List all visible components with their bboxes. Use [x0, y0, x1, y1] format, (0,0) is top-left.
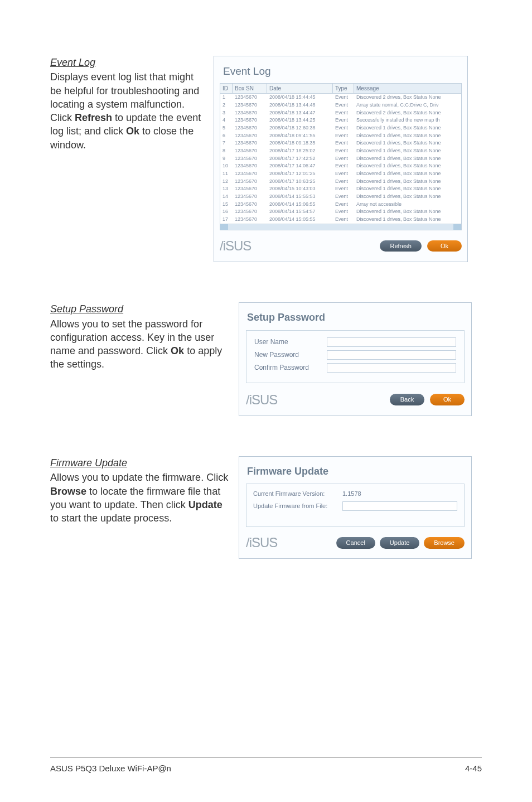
cell-msg: Discovered 1 drives, Box Status None [354, 208, 461, 216]
cell-msg: Discovered 1 drives, Box Status None [354, 162, 461, 170]
col-id[interactable]: ID [220, 84, 233, 94]
table-row[interactable]: 4123456702008/04/18 13:44:25EventSuccess… [220, 117, 461, 124]
update-button[interactable]: Update [380, 537, 419, 549]
cell-id: 1 [220, 94, 233, 102]
scroll-right-icon[interactable] [453, 224, 461, 230]
cell-date: 2008/04/18 12:60:38 [267, 124, 333, 132]
table-row[interactable]: 10123456702008/04/17 14:06:47EventDiscov… [220, 162, 461, 170]
cell-id: 3 [220, 109, 233, 117]
cell-msg: Discovered 1 drives, Box Status None [354, 185, 461, 193]
ok-button[interactable]: Ok [427, 240, 462, 252]
cell-date: 2008/04/15 10:43:03 [267, 185, 333, 193]
cell-type: Event [333, 201, 354, 209]
scroll-left-icon[interactable] [220, 224, 228, 230]
cell-date: 2008/04/18 09:18:35 [267, 139, 333, 147]
table-row[interactable]: 12123456702008/04/17 10:63:25EventDiscov… [220, 178, 461, 186]
cell-date: 2008/04/18 13:44:47 [267, 109, 333, 117]
txt: to start the update process. [50, 513, 172, 524]
cell-id: 6 [220, 132, 233, 140]
asus-logo: /iSUS [246, 534, 277, 552]
cell-msg: Discovered 1 drives, Box Status None [354, 147, 461, 155]
bold-ok: Ok [171, 345, 184, 356]
table-row[interactable]: 8123456702008/04/17 18:25:02EventDiscove… [220, 147, 461, 155]
cell-msg: Successfully installed the new map th [354, 117, 461, 124]
cell-sn: 12345670 [233, 94, 267, 102]
refresh-button[interactable]: Refresh [380, 240, 422, 252]
cell-date: 2008/04/17 12:01:25 [267, 170, 333, 178]
cell-msg: Discovered 2 drives, Box Status None [354, 109, 461, 117]
cell-msg: Discovered 2 drives, Box Status None [354, 94, 461, 102]
confirm-password-input[interactable] [327, 363, 456, 373]
cell-sn: 12345670 [233, 124, 267, 132]
cell-type: Event [333, 102, 354, 109]
table-row[interactable]: 17123456702008/04/14 15:05:55EventDiscov… [220, 216, 461, 224]
col-sn[interactable]: Box SN [233, 84, 267, 94]
table-row[interactable]: 6123456702008/04/18 09:41:55EventDiscove… [220, 132, 461, 140]
cell-msg: Discovered 1 drives, Box Status None [354, 170, 461, 178]
col-msg[interactable]: Message [354, 84, 461, 94]
ok-button[interactable]: Ok [430, 394, 465, 405]
table-row[interactable]: 14123456702008/04/14 15:55:53EventDiscov… [220, 193, 461, 201]
cell-msg: Array state normal, C:C:Drive C, Driv [354, 102, 461, 109]
cell-msg: Discovered 1 drives, Box Status None [354, 139, 461, 147]
new-password-input[interactable] [327, 350, 456, 360]
cell-sn: 12345670 [233, 170, 267, 178]
txt: Allows you to update the firmware. Click [50, 472, 228, 483]
cell-type: Event [333, 117, 354, 124]
cell-date: 2008/04/14 15:54:57 [267, 208, 333, 216]
cell-sn: 12345670 [233, 216, 267, 224]
bold-browse: Browse [50, 486, 86, 497]
back-button[interactable]: Back [390, 394, 424, 405]
update-from-file-label: Update Firmware from File: [253, 502, 342, 510]
col-type[interactable]: Type [333, 84, 354, 94]
table-row[interactable]: 7123456702008/04/18 09:18:35EventDiscove… [220, 139, 461, 147]
cell-msg: Discovered 1 drives, Box Status None [354, 132, 461, 140]
table-row[interactable]: 16123456702008/04/14 15:54:57EventDiscov… [220, 208, 461, 216]
firmware-file-input[interactable] [342, 501, 457, 511]
h-scrollbar[interactable] [220, 224, 461, 230]
cell-id: 7 [220, 139, 233, 147]
cell-id: 4 [220, 117, 233, 124]
cell-date: 2008/04/18 09:41:55 [267, 132, 333, 140]
table-row[interactable]: 5123456702008/04/18 12:60:38EventDiscove… [220, 124, 461, 132]
scroll-track[interactable] [228, 224, 453, 230]
user-name-input[interactable] [327, 337, 456, 347]
table-row[interactable]: 2123456702008/04/18 13:44:48EventArray s… [220, 102, 461, 109]
current-version-value: 1.1578 [342, 490, 361, 498]
dialog-title: Setup Password [247, 311, 465, 324]
table-row[interactable]: 3123456702008/04/18 13:44:47EventDiscove… [220, 109, 461, 117]
cell-sn: 12345670 [233, 201, 267, 209]
cell-id: 13 [220, 185, 233, 193]
cell-id: 5 [220, 124, 233, 132]
cell-type: Event [333, 193, 354, 201]
setup-password-dialog: Setup Password User Name New Password Co… [239, 302, 472, 416]
bold-refresh: Refresh [75, 112, 112, 123]
cell-type: Event [333, 124, 354, 132]
firmware-update-dialog: Firmware Update Current Firmware Version… [239, 456, 472, 559]
cell-date: 2008/04/17 14:06:47 [267, 162, 333, 170]
bold-ok: Ok [126, 125, 139, 137]
table-row[interactable]: 15123456702008/04/14 15:06:55EventArray … [220, 201, 461, 209]
col-date[interactable]: Date [267, 84, 333, 94]
log-body[interactable]: 1123456702008/04/18 15:44:45EventDiscove… [220, 94, 461, 224]
cell-type: Event [333, 178, 354, 186]
asus-logo: /iSUS [220, 237, 251, 255]
table-row[interactable]: 13123456702008/04/15 10:43:03EventDiscov… [220, 185, 461, 193]
cell-date: 2008/04/14 15:05:55 [267, 216, 333, 224]
table-row[interactable]: 9123456702008/04/17 17:42:52EventDiscove… [220, 155, 461, 163]
cell-sn: 12345670 [233, 193, 267, 201]
browse-button[interactable]: Browse [424, 537, 465, 549]
cell-id: 17 [220, 216, 233, 224]
cell-sn: 12345670 [233, 162, 267, 170]
cell-msg: Discovered 1 drives, Box Status None [354, 124, 461, 132]
table-row[interactable]: 11123456702008/04/17 12:01:25EventDiscov… [220, 170, 461, 178]
cell-id: 8 [220, 147, 233, 155]
cell-date: 2008/04/18 13:44:48 [267, 102, 333, 109]
cell-sn: 12345670 [233, 109, 267, 117]
cancel-button[interactable]: Cancel [336, 537, 375, 549]
cell-id: 14 [220, 193, 233, 201]
new-password-label: New Password [254, 350, 327, 359]
table-row[interactable]: 1123456702008/04/18 15:44:45EventDiscove… [220, 94, 461, 102]
firmware-text: Allows you to update the firmware. Click… [50, 471, 229, 525]
cell-type: Event [333, 162, 354, 170]
